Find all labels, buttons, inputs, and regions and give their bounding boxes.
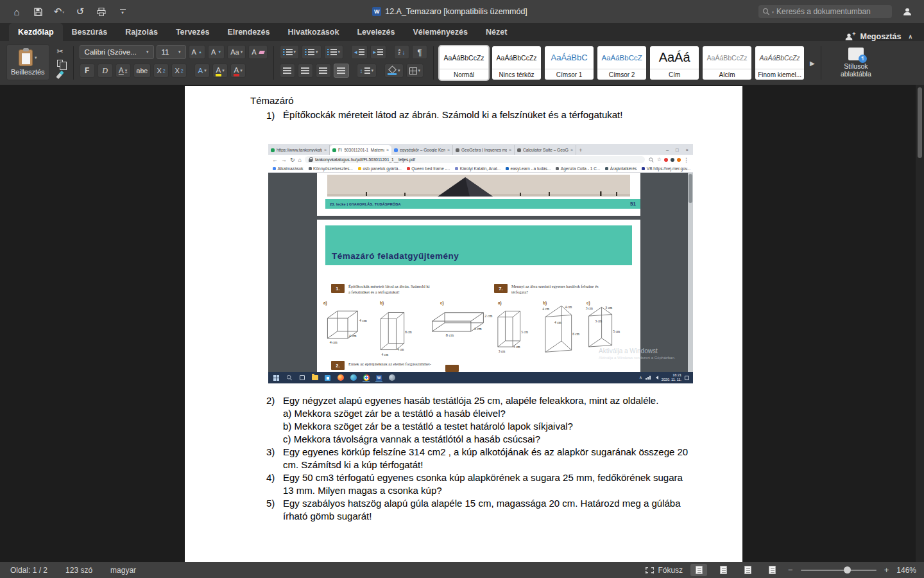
- bookmark-item: osb panelok gyártá...: [358, 166, 402, 171]
- clear-formatting-button[interactable]: A: [248, 45, 267, 59]
- style-card[interactable]: AaÁáBbCcZzAlcím: [703, 46, 751, 80]
- align-left-button[interactable]: [280, 64, 295, 78]
- maximize-icon: □: [676, 147, 679, 153]
- styles-gallery-more-icon[interactable]: ▶: [810, 60, 815, 67]
- document-page[interactable]: Témazáró 1) Építőkockák méreteit látod a…: [185, 86, 742, 562]
- collapse-ribbon-icon[interactable]: ∧: [908, 33, 912, 40]
- font-name-select[interactable]: Calibri (Szöve...▾: [80, 45, 154, 59]
- browser-tab: egységkör – Google Kereső×: [391, 145, 453, 155]
- search-input[interactable]: ▾ Keresés a dokumentumban: [758, 5, 892, 18]
- change-case-button[interactable]: Aa▾: [227, 45, 246, 59]
- styles-pane-button[interactable]: Stílusok ablaktábla: [827, 44, 885, 80]
- svg-text:4 cm: 4 cm: [542, 307, 550, 311]
- zoom-out-button[interactable]: −: [788, 565, 793, 575]
- style-card[interactable]: AaÁáCím: [650, 46, 699, 80]
- save-icon[interactable]: [30, 4, 46, 19]
- font-color-button[interactable]: A▾: [230, 64, 246, 78]
- bookmark-label: Károlyi Katalin, Anal...: [460, 166, 501, 171]
- increase-indent-button[interactable]: ▸: [370, 45, 387, 59]
- tab-favicon: [332, 148, 336, 152]
- account-icon[interactable]: [900, 4, 915, 19]
- print-layout-view-button[interactable]: [690, 564, 707, 576]
- tab-velemenyezes[interactable]: Véleményezés: [404, 23, 476, 41]
- tab-hivatkozasok[interactable]: Hivatkozások: [278, 23, 348, 41]
- numbering-button[interactable]: ▾: [302, 45, 321, 59]
- style-card[interactable]: AaÁáBbCcZzNormál: [440, 46, 488, 80]
- subscript-button[interactable]: X2: [153, 64, 169, 78]
- paste-button[interactable]: ▾ Beillesztés: [6, 44, 49, 80]
- tab-tervezes[interactable]: Tervezés: [167, 23, 219, 41]
- word-count[interactable]: 123 szó: [65, 566, 92, 575]
- svg-text:8 cm: 8 cm: [446, 333, 454, 337]
- superscript-button[interactable]: X2: [171, 64, 187, 78]
- text-highlight-button[interactable]: A▾: [212, 64, 228, 78]
- undo-icon[interactable]: ↶▾: [51, 4, 67, 19]
- style-card[interactable]: AaÁáBbCcZzFinom kiemel...: [755, 46, 804, 80]
- decrease-indent-button[interactable]: ◂: [351, 45, 368, 59]
- style-card[interactable]: AaÁáBbCcZzNincs térköz: [492, 46, 541, 80]
- format-painter-button[interactable]: [53, 69, 67, 80]
- cut-button[interactable]: ✂: [53, 46, 67, 57]
- tab-beszuras[interactable]: Beszúrás: [63, 23, 117, 41]
- style-preview: AaÁáBbCcZz: [703, 46, 751, 69]
- sort-button[interactable]: AZ↓: [394, 45, 409, 59]
- tab-nezet[interactable]: Nézet: [477, 23, 516, 41]
- style-card[interactable]: AaÁáBbCcZCímsor 2: [597, 46, 646, 80]
- scrollbar-thumb[interactable]: [918, 87, 922, 158]
- style-card[interactable]: AaÁáBbCCímsor 1: [545, 46, 594, 80]
- tab-close-icon: ×: [324, 148, 327, 152]
- language-indicator[interactable]: magyar: [110, 566, 136, 575]
- print-icon[interactable]: [94, 4, 109, 19]
- tab-rajzolas[interactable]: Rajzolás: [116, 23, 167, 41]
- bookmark-star-icon: ☆: [657, 157, 662, 162]
- tab-elrendezes[interactable]: Elrendezés: [218, 23, 278, 41]
- browser-reload-icon: ↻: [290, 157, 295, 163]
- font-size-select[interactable]: 11▾: [157, 45, 186, 59]
- svg-text:4 cm: 4 cm: [474, 326, 481, 331]
- borders-button[interactable]: ▾: [406, 64, 424, 78]
- tab-label: Calculator Suite – GeoGebra: [523, 148, 569, 152]
- underline-button[interactable]: A▾: [116, 64, 131, 78]
- embedded-screenshot[interactable]: https://www.tankonyvkatalogus×FI_5030112…: [268, 144, 693, 383]
- zoom-slider-thumb[interactable]: [844, 566, 851, 574]
- paragraph-marks-button[interactable]: ¶: [412, 45, 427, 59]
- home-icon[interactable]: ⌂: [9, 4, 24, 19]
- copy-button[interactable]: [53, 58, 67, 68]
- zoom-slider[interactable]: [801, 566, 877, 575]
- line-spacing-button[interactable]: ↕▾: [357, 64, 377, 78]
- shrink-font-button[interactable]: A▼: [208, 45, 225, 59]
- text-effects-button[interactable]: A▾: [194, 64, 210, 78]
- ribbon: ▾ Beillesztés ✂ Calibri (Szöve...▾ 11▾ A…: [0, 41, 924, 85]
- bookmark-label: Alkalmazások: [278, 166, 304, 171]
- tab-kezdolap[interactable]: Kezdőlap: [9, 23, 63, 41]
- strikethrough-button[interactable]: abe: [133, 64, 151, 78]
- draft-view-button[interactable]: [764, 564, 780, 576]
- web-layout-view-button[interactable]: [715, 564, 732, 576]
- app-icon: [388, 373, 396, 382]
- shading-button[interactable]: ▾: [384, 64, 404, 78]
- tab-levelezes[interactable]: Levelezés: [348, 23, 404, 41]
- share-label: Megosztás: [860, 32, 902, 41]
- justify-button[interactable]: [334, 64, 349, 78]
- align-right-button[interactable]: [316, 64, 331, 78]
- share-button[interactable]: + Megosztás ∧: [845, 32, 924, 41]
- customize-toolbar-icon[interactable]: ▾: [115, 4, 130, 19]
- paragraph-group: ▾ ▾ ▾ ◂ ▸ AZ↓ ¶ ↕▾ ▾ ▾: [280, 44, 428, 82]
- zoom-in-button[interactable]: +: [884, 565, 889, 575]
- outline-view-button[interactable]: [739, 564, 756, 576]
- bold-button[interactable]: F: [80, 64, 95, 78]
- title-text: 12.A_Temazaro [kompatibilis üzemmód]: [385, 7, 527, 16]
- grow-font-button[interactable]: A▲: [189, 45, 205, 59]
- document-scrollbar[interactable]: [916, 85, 924, 562]
- pdf-lesson-header: 23. lecke | GYAKORLÁS, TUDÁSPRÓBA 51: [325, 199, 640, 209]
- style-preview: AaÁáBbCcZz: [492, 46, 541, 69]
- bookmark-label: Könnyűszerkesztes...: [313, 166, 353, 171]
- focus-mode-button[interactable]: Fókusz: [646, 566, 683, 575]
- redo-icon[interactable]: ↺: [73, 4, 88, 19]
- align-center-button[interactable]: [298, 64, 313, 78]
- bullets-button[interactable]: ▾: [280, 45, 300, 59]
- italic-button[interactable]: D: [98, 64, 113, 78]
- multilevel-list-button[interactable]: ▾: [324, 45, 344, 59]
- problem-line: 13 mm. Milyen magas a csonka kúp?: [283, 484, 689, 497]
- page-indicator[interactable]: Oldal: 1 / 2: [10, 566, 47, 575]
